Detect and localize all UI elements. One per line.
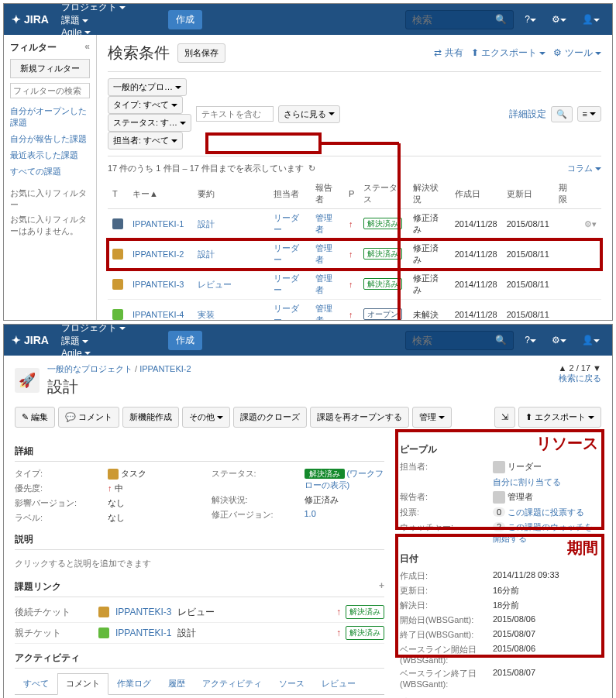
- nav-item[interactable]: プロジェクト: [55, 324, 162, 335]
- more-filter-button[interactable]: さらに見る: [278, 105, 340, 123]
- table-row[interactable]: IPPANTEKI-1設計リーダー管理者↑解決済み修正済み2014/11/282…: [108, 209, 601, 239]
- export-button[interactable]: ⬆ エクスポート: [518, 407, 601, 428]
- activity-tab[interactable]: 履歴: [160, 673, 194, 694]
- reporter-link[interactable]: 管理者: [315, 304, 332, 321]
- issue-summary-link[interactable]: 設計: [198, 249, 215, 259]
- linked-issue-key[interactable]: IPPANTEKI-3: [115, 607, 171, 617]
- col-status[interactable]: ステータス: [359, 179, 408, 209]
- issue-key-link[interactable]: IPPANTEKI-3: [132, 280, 184, 289]
- search-button[interactable]: 🔍: [551, 106, 573, 122]
- settings-icon[interactable]: ⚙: [547, 14, 571, 25]
- sidebar-filter-link[interactable]: 自分が報告した課題: [10, 131, 90, 147]
- columns-button[interactable]: コラム: [567, 163, 601, 173]
- table-row[interactable]: IPPANTEKI-3レビューリーダー管理者↑解決済み修正済み2014/11/2…: [108, 270, 601, 300]
- reporter-link[interactable]: 管理者: [315, 213, 332, 234]
- admin-button[interactable]: 管理: [412, 407, 452, 428]
- back-to-search-link[interactable]: 検索に戻る: [559, 373, 601, 383]
- col-reporter[interactable]: 報告者: [311, 179, 344, 209]
- issue-key-link[interactable]: IPPANTEKI-2: [132, 249, 184, 259]
- col-assignee[interactable]: 担当者: [269, 179, 311, 209]
- export-link[interactable]: ⬆ エクスポート: [471, 46, 546, 60]
- text-filter-input[interactable]: [196, 106, 274, 122]
- tools-link[interactable]: ⚙ ツール: [553, 46, 601, 60]
- filter-button[interactable]: 担当者: すべて: [108, 132, 183, 150]
- help-icon[interactable]: ?: [520, 335, 541, 346]
- nav-item[interactable]: プロジェクト: [55, 3, 162, 14]
- sidebar-filter-link[interactable]: 自分がオープンした課題: [10, 103, 90, 131]
- assignee-link[interactable]: リーダー: [274, 213, 299, 234]
- row-actions-icon[interactable]: ⚙▾: [584, 219, 597, 229]
- subtask-button[interactable]: ⇲: [494, 407, 515, 428]
- assignee-link[interactable]: リーダー: [274, 304, 299, 321]
- filter-search-input[interactable]: [10, 83, 90, 98]
- global-search[interactable]: 🔍: [405, 10, 514, 29]
- other-button[interactable]: その他: [182, 407, 230, 428]
- project-icon[interactable]: 🚀: [15, 368, 40, 393]
- issue-key-link[interactable]: IPPANTEKI-2: [139, 364, 191, 373]
- issue-key-link[interactable]: IPPANTEKI-1: [132, 219, 184, 229]
- issue-key-link[interactable]: IPPANTEKI-4: [132, 310, 184, 319]
- user-menu[interactable]: 👤: [577, 335, 604, 346]
- create-button[interactable]: 作成: [168, 10, 202, 29]
- vote-link[interactable]: この課題に投票する: [508, 507, 584, 517]
- filter-button[interactable]: 一般的なプロ…: [108, 78, 187, 96]
- comment-button[interactable]: 💬 コメント: [58, 407, 119, 428]
- create-button[interactable]: 作成: [168, 331, 202, 350]
- col-summary[interactable]: 要約: [193, 179, 269, 209]
- watch-link[interactable]: この課題のウォッチを開始する: [493, 522, 593, 543]
- activity-tab[interactable]: すべて: [15, 673, 57, 694]
- reporter-link[interactable]: 管理者: [315, 273, 332, 294]
- global-search[interactable]: 🔍: [405, 331, 514, 350]
- activity-tab[interactable]: アクティビティ: [194, 673, 270, 694]
- add-link-icon[interactable]: +: [379, 580, 384, 593]
- sidebar-filter-link[interactable]: 最近表示した課題: [10, 147, 90, 163]
- new-filter-button[interactable]: 新規フィルター: [10, 59, 90, 78]
- fix-version-link[interactable]: 1.0: [305, 509, 316, 518]
- col-updated[interactable]: 更新日: [502, 179, 554, 209]
- col-resolution[interactable]: 解決状況: [408, 179, 450, 209]
- table-row[interactable]: IPPANTEKI-2設計リーダー管理者↑解決済み修正済み2014/11/282…: [108, 239, 601, 270]
- activity-tab[interactable]: レビュー: [313, 673, 364, 694]
- edit-button[interactable]: ✎ 編集: [15, 407, 55, 428]
- activity-tab[interactable]: 作業ログ: [108, 673, 160, 694]
- linked-issue-key[interactable]: IPPANTEKI-1: [115, 628, 171, 638]
- nav-item[interactable]: 課題: [55, 335, 162, 348]
- col-priority[interactable]: P: [344, 179, 359, 209]
- issue-summary-link[interactable]: 設計: [198, 219, 215, 229]
- assignee-link[interactable]: リーダー: [274, 243, 299, 264]
- global-search-input[interactable]: [412, 335, 495, 346]
- activity-tab[interactable]: コメント: [57, 673, 108, 695]
- reporter-link[interactable]: 管理者: [315, 243, 332, 264]
- assignee-link[interactable]: リーダー: [274, 273, 299, 294]
- sidebar-filter-link[interactable]: すべての課題: [10, 163, 90, 180]
- global-search-input[interactable]: [412, 14, 495, 26]
- settings-icon[interactable]: ⚙: [547, 335, 571, 346]
- issue-summary-link[interactable]: レビュー: [198, 280, 232, 289]
- user-menu[interactable]: 👤: [577, 14, 604, 25]
- description-placeholder[interactable]: クリックすると説明を追加できます: [15, 555, 384, 572]
- jira-logo[interactable]: ✦ JIRA: [12, 334, 49, 346]
- new-feature-button[interactable]: 新機能作成: [122, 407, 179, 428]
- issue-summary-link[interactable]: 実装: [198, 310, 215, 319]
- assign-to-me-link[interactable]: 自分に割り当てる: [493, 477, 561, 487]
- advanced-link[interactable]: 詳細設定: [509, 108, 546, 121]
- filter-button[interactable]: タイプ: すべて: [108, 96, 183, 114]
- nav-item[interactable]: 課題: [55, 14, 162, 27]
- activity-tab[interactable]: ソース: [270, 673, 313, 694]
- switch-view-button[interactable]: ≡: [577, 106, 601, 122]
- collapse-icon[interactable]: «: [84, 41, 90, 52]
- col-due[interactable]: 期限: [554, 179, 580, 209]
- share-link[interactable]: ⇄ 共有: [434, 46, 463, 60]
- jira-logo[interactable]: ✦ JIRA: [12, 13, 49, 26]
- col-type[interactable]: T: [108, 179, 128, 209]
- col-key[interactable]: キー▲: [128, 179, 193, 209]
- close-issue-button[interactable]: 課題のクローズ: [233, 407, 307, 428]
- save-as-button[interactable]: 別名保存: [177, 43, 225, 63]
- table-row[interactable]: IPPANTEKI-4実装リーダー管理者↑オープン未解決2014/11/2820…: [108, 300, 601, 321]
- col-created[interactable]: 作成日: [450, 179, 502, 209]
- project-link[interactable]: 一般的なプロジェクト: [47, 364, 132, 373]
- filter-button[interactable]: ステータス: す…: [108, 114, 191, 132]
- help-icon[interactable]: ?: [520, 14, 541, 25]
- refresh-icon[interactable]: ↻: [308, 163, 315, 174]
- reopen-issue-button[interactable]: 課題を再オープンする: [310, 407, 409, 428]
